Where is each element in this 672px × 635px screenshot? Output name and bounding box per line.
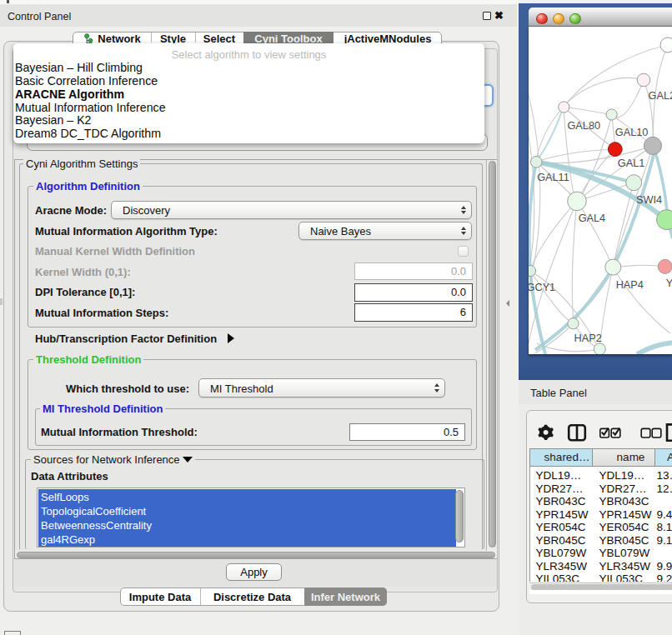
svg-text:GAL4: GAL4 [579,212,605,224]
svg-text:GAL1: GAL1 [618,158,644,169]
svg-text:SWI4: SWI4 [636,194,662,206]
svg-text:GCY1: GCY1 [529,282,555,293]
svg-text:YM: YM [666,278,672,289]
svg-text:HAP2: HAP2 [574,332,602,344]
svg-text:GAL11: GAL11 [537,172,569,183]
svg-text:GAL2: GAL2 [649,90,672,102]
svg-text:GAL80: GAL80 [568,120,601,132]
svg-text:GAL10: GAL10 [615,127,649,138]
svg-text:HAP4: HAP4 [616,279,644,291]
